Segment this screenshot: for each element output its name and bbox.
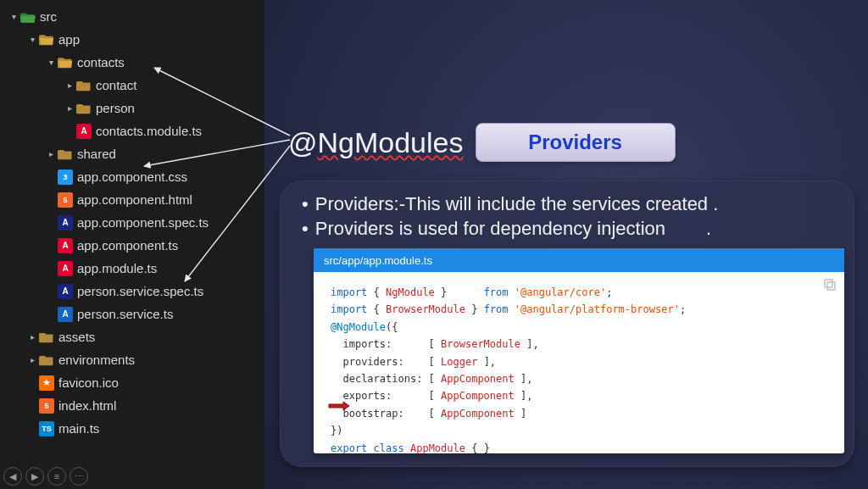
tree-label: person.service.spec.ts xyxy=(77,284,203,298)
typescript-icon: TS xyxy=(39,421,54,436)
tree-item-environments[interactable]: ▸ environments xyxy=(2,348,264,371)
css3-icon: 3 xyxy=(58,169,73,185)
folder-open-icon xyxy=(39,32,54,47)
slide-body-panel: Providers:-This will include the service… xyxy=(280,181,854,467)
code-card: src/app/app.module.ts import { NgModule … xyxy=(314,248,844,453)
html5-icon: 5 xyxy=(39,398,54,414)
folder-icon xyxy=(76,78,92,93)
slide-panel: @NgModules Providers Providers:-This wil… xyxy=(264,0,868,489)
tree-label: app.component.ts xyxy=(77,238,178,253)
chevron-right-icon: ▸ xyxy=(46,149,56,158)
tree-item-app-html[interactable]: 5 app.component.html xyxy=(2,188,264,211)
folder-icon xyxy=(76,101,92,116)
next-slide-button[interactable]: ▶ xyxy=(25,467,44,486)
tree-label: assets xyxy=(58,330,95,344)
chevron-down-icon: ▾ xyxy=(27,35,37,44)
angular-icon: A xyxy=(58,261,73,276)
tree-item-main-ts[interactable]: TS main.ts xyxy=(2,417,264,440)
chevron-right-icon: ▸ xyxy=(64,103,75,113)
folder-open-icon xyxy=(58,55,73,70)
more-options-button[interactable]: ⋯ xyxy=(70,467,88,486)
tree-item-app-css[interactable]: 3 app.component.css xyxy=(2,165,264,188)
tree-label: person xyxy=(96,101,135,115)
tree-item-person-spec[interactable]: A person.service.spec.ts xyxy=(2,280,264,303)
tree-item-person[interactable]: ▸ person xyxy=(2,97,264,119)
angular-spec-icon: A xyxy=(58,284,73,299)
chevron-down-icon: ▾ xyxy=(46,58,56,67)
file-explorer-panel: ▾ src ▾ app ▾ contacts ▸ contact ▸ perso… xyxy=(0,0,264,489)
angular-icon: A xyxy=(76,124,92,139)
tree-item-app-spec[interactable]: A app.component.spec.ts xyxy=(2,211,264,234)
tree-label: app.component.css xyxy=(77,169,187,184)
tree-label: app.module.ts xyxy=(77,261,157,275)
providers-button[interactable]: Providers xyxy=(476,123,676,162)
angular-spec-icon: A xyxy=(58,215,73,231)
slide-menu-button[interactable]: ≡ xyxy=(47,467,66,486)
code-filepath: src/app/app.module.ts xyxy=(314,248,844,272)
presentation-controls: ◀ ▶ ≡ ⋯ xyxy=(3,467,88,486)
chevron-down-icon: ▾ xyxy=(8,12,19,21)
tree-item-src[interactable]: ▾ src xyxy=(2,5,264,28)
tree-item-assets[interactable]: ▸ assets xyxy=(2,325,264,348)
tree-item-contacts-module[interactable]: A contacts.module.ts xyxy=(2,119,264,142)
tree-label: app.component.html xyxy=(77,192,192,207)
tree-item-contacts[interactable]: ▾ contacts xyxy=(2,51,264,74)
folder-icon xyxy=(39,330,54,345)
tree-label: environments xyxy=(58,353,135,367)
tree-label: contacts xyxy=(77,55,125,69)
angular-service-icon: A xyxy=(58,307,73,322)
tree-label: shared xyxy=(77,147,116,161)
tree-label: contact xyxy=(96,78,136,92)
tree-item-index-html[interactable]: 5 index.html xyxy=(2,394,264,417)
tree-label: person.service.ts xyxy=(77,307,173,321)
chevron-right-icon: ▸ xyxy=(27,355,37,364)
title-main-word: NgModules xyxy=(318,126,464,158)
angular-icon: A xyxy=(58,238,73,253)
prev-slide-button[interactable]: ◀ xyxy=(3,467,22,486)
tree-item-person-service[interactable]: A person.service.ts xyxy=(2,303,264,325)
chevron-right-icon: ▸ xyxy=(27,332,37,342)
code-block: import { NgModule } from '@angular/core'… xyxy=(314,272,844,453)
tree-label: app.component.spec.ts xyxy=(77,215,209,230)
tree-item-contact[interactable]: ▸ contact xyxy=(2,74,264,97)
folder-icon xyxy=(39,353,54,368)
tree-item-app-module[interactable]: A app.module.ts xyxy=(2,257,264,280)
bullet-line-2: Providers is used for dependency injecti… xyxy=(302,217,832,242)
slide-title-row: @NgModules Providers xyxy=(288,123,676,162)
tree-label: contacts.module.ts xyxy=(96,124,202,138)
folder-src-icon xyxy=(20,9,36,25)
providers-arrow-icon xyxy=(328,401,350,411)
folder-icon xyxy=(58,147,73,162)
chevron-right-icon: ▸ xyxy=(64,81,75,90)
tree-label: app xyxy=(58,32,80,47)
tree-item-app[interactable]: ▾ app xyxy=(2,28,264,51)
tree-label: main.ts xyxy=(58,421,99,436)
bullet-line-1: Providers:-This will include the service… xyxy=(302,192,832,217)
tree-label: favicon.ico xyxy=(58,375,119,390)
copy-icon[interactable] xyxy=(822,277,837,292)
tree-item-shared[interactable]: ▸ shared xyxy=(2,142,264,165)
tree-item-favicon[interactable]: ★ favicon.ico xyxy=(2,371,264,394)
svg-rect-0 xyxy=(827,282,835,290)
trailing-dot: . xyxy=(706,217,711,242)
tree-label: src xyxy=(40,9,57,24)
tree-label: index.html xyxy=(58,398,116,413)
html5-icon: 5 xyxy=(58,192,73,208)
title-at-sign: @ xyxy=(288,126,318,158)
tree-item-app-component[interactable]: A app.component.ts xyxy=(2,234,264,257)
bullet-text: Providers is used for dependency injecti… xyxy=(315,217,665,242)
slide-title: @NgModules xyxy=(288,126,464,159)
svg-rect-1 xyxy=(825,280,832,287)
bullet-text: Providers:-This will include the service… xyxy=(315,192,719,217)
favicon-icon: ★ xyxy=(39,375,54,391)
